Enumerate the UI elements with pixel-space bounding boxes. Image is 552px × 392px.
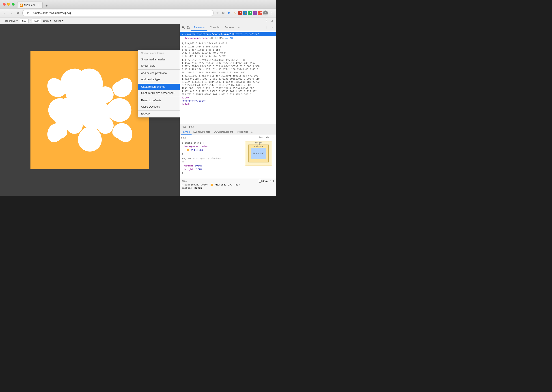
add-style-rule-icon[interactable]: + — [271, 136, 275, 139]
zoom-dropdown[interactable]: 100% ▼ — [42, 19, 52, 23]
devtools-close-icon[interactable]: × — [270, 25, 275, 30]
tab-event-listeners[interactable]: Event Listeners — [192, 129, 212, 135]
dimension-separator: × — [29, 20, 31, 22]
svg-display — [30, 51, 149, 169]
code-line-1: background-color:#FFB13B"> == $0 — [180, 36, 276, 40]
breadcrumb-path[interactable]: path — [188, 125, 195, 128]
more-options-icon[interactable]: ⋮ — [264, 18, 269, 23]
tab-close-button[interactable]: × — [37, 4, 40, 7]
extension-icon-2[interactable]: M — [227, 11, 232, 15]
devtools-bar-left: Responsive ▼ × 100% ▼ Online ▼ — [2, 19, 65, 23]
computed-bg-color: ▶ background-color rgb(255, 177, 59) — [182, 183, 274, 186]
breadcrumb-svg[interactable]: svg — [182, 125, 187, 128]
extension-icon-4[interactable]: A — [238, 11, 242, 15]
code-area: ▼ <svg xmlns="http://www.w3.org/2000/svg… — [180, 31, 276, 124]
devtools-more-menu-icon[interactable]: ⋮ — [264, 25, 269, 30]
margin-label: margin — [255, 142, 262, 144]
menu-item-add-device-pixel-ratio[interactable]: Add device pixel ratio — [138, 70, 180, 76]
menu-item-close-devtools[interactable]: Close DevTools — [138, 104, 180, 110]
menu-item-reset-defaults[interactable]: Reset to defaults — [138, 97, 180, 104]
url-protocol: File — [25, 11, 29, 14]
extension-icon-3[interactable]: ▽ — [232, 11, 238, 15]
code-line-3: 0 0-1.168-.834 3.508 3.508 0 — [180, 45, 276, 48]
styles-tabs: Styles Event Listeners DOM Breakpoints P… — [180, 129, 276, 135]
height-input[interactable] — [32, 19, 41, 23]
styles-filter-input[interactable] — [181, 136, 257, 139]
code-line-5: .432,47.82.82 1.154a3.49 3.49 0 — [180, 51, 276, 54]
content-box: 980 × 980 — [251, 148, 266, 159]
close-brace-1: } — [182, 152, 243, 155]
svg-line-11 — [184, 28, 185, 29]
extension-icon-6[interactable]: Z — [248, 11, 252, 15]
tab-sources[interactable]: Sources — [222, 24, 237, 31]
tab-favicon — [20, 4, 23, 7]
element-style-label: element.style { — [182, 141, 243, 145]
menu-item-add-device-type[interactable]: Add device type — [138, 76, 180, 83]
devtools-header: Elements Console Sources » ⋮ × — [180, 24, 276, 31]
width-input[interactable] — [20, 19, 29, 23]
extension-icon-7[interactable]: r — [253, 11, 257, 15]
svg-rect-10 — [182, 26, 184, 28]
tab-dom-breakpoints[interactable]: DOM Breakpoints — [212, 129, 235, 135]
refresh-button[interactable]: ↺ — [16, 11, 21, 15]
extension-icon-5[interactable]: 🔒 — [243, 11, 247, 15]
bg-color-swatch — [187, 149, 189, 151]
svg-point-1 — [265, 12, 266, 14]
box-model: margin border padding 980 × 980 — [245, 141, 272, 166]
extension-icon-8[interactable]: ABP — [258, 11, 262, 15]
url-path: /Users/John/Downloads/svg.svg — [32, 11, 71, 14]
more-menu-icon[interactable]: ⋮ — [269, 11, 274, 15]
tab-properties[interactable]: Properties — [235, 129, 250, 135]
bookmark-icon[interactable]: ☆ — [216, 11, 219, 15]
tab-console[interactable]: Console — [207, 24, 222, 31]
devtools-header-right: ⋮ × — [264, 25, 275, 30]
browser-tab[interactable]: SVG icon × — [17, 1, 43, 8]
online-dropdown[interactable]: Online ▼ — [53, 19, 65, 23]
menu-item-speech[interactable]: Speech ▶ — [138, 111, 180, 117]
fullscreen-button[interactable] — [12, 3, 15, 6]
back-button[interactable]: ‹ — [2, 11, 7, 15]
menu-item-show-device-frame[interactable]: Show device frame — [138, 50, 180, 56]
menu-divider-4 — [138, 110, 180, 111]
devtools-panel: Elements Console Sources » ⋮ × ▼ <svg xm… — [180, 24, 276, 196]
svg-rect-5 — [72, 101, 108, 120]
computed-panel: Show all ▶ background-color rgb(255, 177… — [180, 178, 276, 196]
forward-button[interactable]: › — [9, 11, 14, 15]
responsive-chevron-icon: ▼ — [16, 20, 18, 22]
svg-rule-2: ot { — [182, 161, 243, 164]
svg-point-0 — [20, 4, 22, 6]
styles-more-tabs-icon[interactable]: » — [250, 131, 254, 133]
profile-icon[interactable] — [263, 11, 268, 15]
new-tab-button[interactable]: + — [44, 3, 49, 8]
tab-title: SVG icon — [24, 4, 36, 7]
menu-item-capture-screenshot[interactable]: Capture screenshot — [138, 84, 180, 90]
inspect-element-icon[interactable] — [181, 25, 186, 30]
cls-button[interactable]: .cls — [265, 136, 270, 139]
tab-elements[interactable]: Elements — [191, 24, 207, 31]
hov-button[interactable]: :hov — [258, 136, 264, 139]
extension-icon-1[interactable]: ✉ — [221, 11, 226, 15]
menu-item-capture-full-screenshot[interactable]: Capture full size screenshot — [138, 90, 180, 96]
responsive-dropdown[interactable]: Responsive ▼ — [2, 19, 19, 23]
svg-icon — [30, 51, 149, 169]
breadcrumb-bar: svg path — [180, 124, 276, 129]
tab-styles[interactable]: Styles — [181, 129, 192, 135]
menu-item-show-rulers[interactable]: Show rulers — [138, 63, 180, 69]
code-line-selected[interactable]: ▼ <svg xmlns="http://www.w3.org/2000/svg… — [180, 32, 276, 36]
device-toolbar-icon[interactable]: ⊞ — [269, 18, 274, 23]
minimize-button[interactable] — [7, 3, 10, 6]
close-brace-2: } — [182, 171, 243, 175]
device-toggle-icon[interactable] — [186, 25, 191, 30]
devtools-more-tabs[interactable]: » — [237, 26, 240, 29]
show-all-checkbox[interactable] — [259, 180, 262, 182]
box-model-container: margin border padding 980 × 980 — [245, 141, 274, 177]
close-button[interactable] — [3, 3, 6, 6]
tabs-area: SVG icon × + — [17, 0, 49, 8]
computed-filter-input[interactable] — [182, 180, 257, 182]
styles-filter-bar: :hov .cls + — [180, 135, 276, 140]
menu-item-show-media-queries[interactable]: Show media queries — [138, 56, 180, 63]
url-bar[interactable]: File | /Users/John/Downloads/svg.svg — [22, 10, 213, 16]
computed-bg-swatch — [211, 184, 213, 186]
svg-rule: svg:ro user agent stylesheet — [182, 157, 243, 161]
styles-left: element.style { background-color: #FFB13… — [182, 141, 243, 177]
